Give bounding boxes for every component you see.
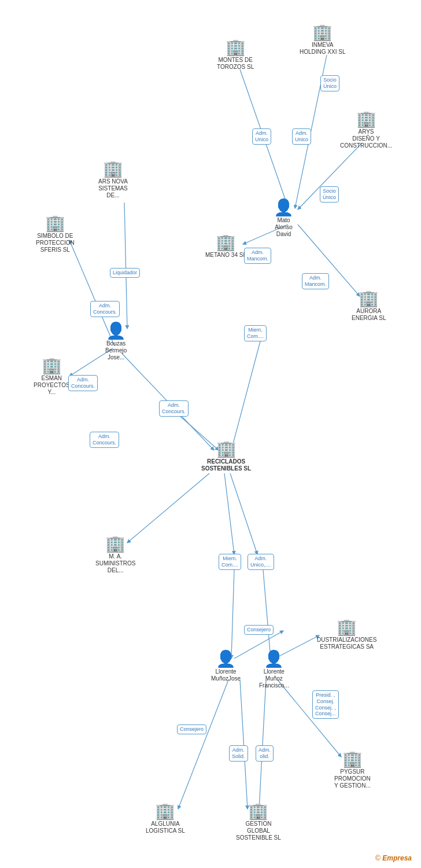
badge-adm-solid-1: Adm. Solid. [229,745,248,762]
building-icon-gestion: 🏢 [248,803,268,819]
badge-label-adm-concours-2: Adm. Concours. [159,400,189,417]
badge-adm-concours-2: Adm. Concours. [159,400,189,417]
node-metano[interactable]: 🏢 METANO 34 SL [205,234,246,259]
node-ma-suministros[interactable]: 🏢 M. A. SUMINISTROS DEL... [95,536,135,574]
badge-label-consejero-1: Consejero [244,625,274,635]
node-llorente-jose[interactable]: 👤 Llorente MuñozJose [211,651,241,682]
badge-label-adm-mancom-2: Adm. Mancom. [302,273,329,289]
node-montes[interactable]: 🏢 MONTES DE TOROZOS SL [217,39,254,71]
badge-label-liquidador: Liquidador [110,268,140,278]
node-inmeva[interactable]: 🏢 INMEVA HOLDING XXI SL [300,24,345,56]
label-llorente-fran: Llorente Muñoz Francisco... [259,668,289,689]
badge-adm-concours-esman: Adm. Concours. [68,375,98,391]
building-icon-aurora: 🏢 [359,290,379,307]
label-llorente-jose: Llorente MuñozJose [211,668,241,682]
svg-line-19 [259,680,266,809]
diagram-canvas: 🏢 INMEVA HOLDING XXI SL 🏢 MONTES DE TORO… [0,0,421,868]
badge-consejero-2: Consejero [177,724,206,734]
svg-line-17 [178,680,228,809]
label-mato: Mato Alonso David [275,217,293,238]
badge-label-consejero-2: Consejero [177,724,206,734]
badge-label-miem-com-2: Miem. Com.... [219,554,241,570]
svg-line-11 [127,473,209,543]
person-icon-mato: 👤 [274,200,294,216]
svg-line-12 [224,473,234,554]
badge-label-adm-solid-1: Adm. Solid. [229,745,248,762]
badge-socio-unico-2: Socio Único [320,186,339,203]
node-mato[interactable]: 👤 Mato Alonso David [274,200,294,238]
building-icon-metano: 🏢 [216,234,236,251]
badge-adm-unico-1: Adm. Unico [252,128,271,145]
copyright: © Empresa [375,854,412,862]
svg-line-13 [230,473,257,554]
badge-label-adm-concours-1: Adm. Concours. [90,301,120,317]
badge-socio-unico-1: Socio Único [320,75,339,91]
building-icon-pygsur: 🏢 [342,751,363,767]
badge-adm-mancom-2: Adm. Mancom. [302,273,329,289]
badge-adm-solid-2: Adm. olid. [256,745,274,762]
badge-label-adm-mancom-1: Adm. Mancom. [244,248,271,264]
node-industria[interactable]: 🏢 DUSTRIALIZACIONES ESTRATEGICAS SA [317,619,376,650]
label-industria: DUSTRIALIZACIONES ESTRATEGICAS SA [317,637,376,650]
svg-line-5 [124,203,127,329]
node-esman[interactable]: 🏢 ESMAN PROYECTOS Y... [34,358,70,396]
badge-liquidador: Liquidador [110,268,140,278]
building-icon-simbolo: 🏢 [45,215,65,231]
svg-line-21 [263,570,271,659]
badge-presid: Presid. , Consej. Consej. , Consej... [312,690,339,719]
label-reciclados: RECICLADOS SOSTENIBLES SL [201,458,251,472]
label-gestion: GESTION GLOBAL SOSTENIBLE SL [236,821,281,841]
node-aurora[interactable]: 🏢 AURORA ENERGIA SL [352,290,386,322]
badge-label-adm-unico-2: Adm. Unico [292,128,311,145]
badge-miem-com-2: Miem. Com.... [219,554,241,570]
badge-miem-com-1: Miem. Com.... [244,325,267,341]
building-icon-alglunia: 🏢 [155,803,175,819]
label-simbolo: SIMBOLO DE PROTECCION SFERIS SL [36,233,75,253]
copyright-brand: Empresa [382,854,412,862]
building-icon-inmeva: 🏢 [312,24,333,41]
node-simbolo[interactable]: 🏢 SIMBOLO DE PROTECCION SFERIS SL [36,215,75,253]
badge-label-adm-concours-3: Adm. Concours. [90,432,119,448]
badge-label-adm-solid-2: Adm. olid. [256,745,274,762]
person-icon-llorente-jose: 👤 [216,651,236,667]
badge-consejero-1: Consejero [244,625,274,635]
label-aurora: AURORA ENERGIA SL [352,308,386,322]
building-icon-arsnova: 🏢 [103,161,123,177]
node-llorente-fran[interactable]: 👤 Llorente Muñoz Francisco... [259,651,289,689]
label-montes: MONTES DE TOROZOS SL [217,57,254,71]
building-icon-ma-suministros: 🏢 [105,536,125,552]
badge-adm-concours-1: Adm. Concours. [90,301,120,317]
node-arsnova[interactable]: 🏢 ARS NOVA SISTEMAS DE... [98,161,128,199]
label-pygsur: PYGSUR PROMOCION Y GESTION... [334,768,371,789]
svg-line-20 [231,570,234,659]
svg-line-18 [240,680,248,809]
label-ma-suministros: M. A. SUMINISTROS DEL... [95,553,135,574]
label-metano: METANO 34 SL [205,252,246,259]
badge-label-miem-com-1: Miem. Com.... [244,325,267,341]
badge-adm-unico-2: Adm. Unico [292,128,311,145]
label-esman: ESMAN PROYECTOS Y... [34,375,70,396]
node-alglunia[interactable]: 🏢 ALGLUNIA LOGISTICA SL [146,803,185,834]
node-gestion[interactable]: 🏢 GESTION GLOBAL SOSTENIBLE SL [236,803,281,841]
building-icon-industria: 🏢 [337,619,357,635]
node-reciclados[interactable]: 🏢 RECICLADOS SOSTENIBLES SL [201,441,251,472]
badge-adm-concours-3: Adm. Concours. [90,432,119,448]
badge-label-presid: Presid. , Consej. Consej. , Consej... [312,690,339,719]
building-icon-arys: 🏢 [356,111,376,127]
building-icon-montes: 🏢 [226,39,246,56]
node-pygsur[interactable]: 🏢 PYGSUR PROMOCION Y GESTION... [334,751,371,789]
person-icon-bouzas: 👤 [106,323,126,339]
label-bouzas: Bouzas Bermejo Jose... [105,340,127,361]
badge-label-socio-unico-1: Socio Único [320,75,339,91]
svg-line-9 [231,341,260,450]
badge-adm-mancom-1: Adm. Mancom. [244,248,271,264]
label-alglunia: ALGLUNIA LOGISTICA SL [146,821,185,834]
building-icon-reciclados: 🏢 [216,441,237,457]
node-arys[interactable]: 🏢 ARYS DISEÑO Y CONSTRUCCION... [340,111,392,149]
label-arys: ARYS DISEÑO Y CONSTRUCCION... [340,128,392,149]
building-icon-esman: 🏢 [42,358,62,374]
badge-label-socio-unico-2: Socio Único [320,186,339,203]
badge-label-adm-unico-1: Adm. Unico [252,128,271,145]
node-bouzas[interactable]: 👤 Bouzas Bermejo Jose... [105,323,127,361]
label-arsnova: ARS NOVA SISTEMAS DE... [98,178,128,199]
